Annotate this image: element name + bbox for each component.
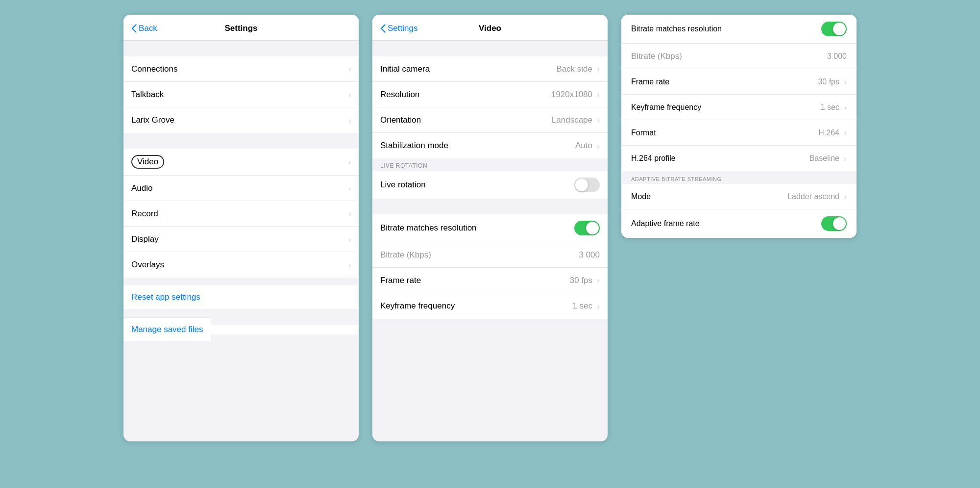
- talkback-chevron: ›: [348, 90, 351, 99]
- display-row[interactable]: Display ›: [123, 227, 359, 252]
- video-circled: Video: [131, 155, 164, 169]
- keyframe-freq-label: Keyframe frequency: [380, 301, 455, 311]
- initial-camera-row[interactable]: Initial camera Back side ›: [372, 56, 608, 82]
- adaptive-frame-rate-label: Adaptive frame rate: [631, 219, 700, 228]
- h264-profile-row[interactable]: H.264 profile Baseline ›: [621, 146, 857, 171]
- video-panel: Settings Video Initial camera Back side …: [372, 15, 608, 441]
- video-back-button[interactable]: Settings: [380, 24, 417, 33]
- orientation-label: Orientation: [380, 115, 421, 125]
- h264-profile-value-group: Baseline ›: [809, 154, 847, 163]
- d-bitrate-matches-toggle[interactable]: [821, 22, 847, 36]
- audio-chevron: ›: [348, 184, 351, 192]
- d-bitrate-matches-toggle-knob: [833, 23, 846, 35]
- d-keyframe-freq-value: 1 sec: [821, 103, 839, 112]
- frame-rate-value-group: 30 fps ›: [570, 276, 600, 285]
- overlays-label: Overlays: [131, 260, 164, 270]
- h264-profile-value: Baseline: [809, 154, 839, 163]
- live-rotation-group: Live rotation: [372, 171, 608, 199]
- settings-group-1: Connections › Talkback › Larix Grove ›: [123, 56, 359, 133]
- bitrate-matches-label: Bitrate matches resolution: [380, 223, 477, 233]
- video-gap-2: [372, 199, 608, 214]
- keyframe-freq-value: 1 sec: [572, 301, 592, 311]
- panel1-title: Settings: [224, 24, 257, 33]
- h264-profile-label: H.264 profile: [631, 154, 676, 163]
- audio-row[interactable]: Audio ›: [123, 176, 359, 201]
- reset-group: Reset app settings: [123, 285, 359, 309]
- video-detail-panel: Bitrate matches resolution Bitrate (Kbps…: [621, 15, 857, 238]
- display-chevron: ›: [348, 235, 351, 243]
- manage-files-button[interactable]: Manage saved files: [123, 317, 211, 341]
- back-label: Back: [139, 24, 157, 33]
- bitrate-matches-row[interactable]: Bitrate matches resolution: [372, 214, 608, 242]
- bitrate-matches-toggle[interactable]: [574, 221, 600, 235]
- d-bitrate-matches-label: Bitrate matches resolution: [631, 25, 722, 33]
- adaptive-section-label: ADAPTIVE BITRATE STREAMING: [621, 171, 857, 184]
- display-label: Display: [131, 234, 159, 244]
- settings-panel: Back Settings Connections › Talkback › L…: [123, 15, 359, 441]
- video-title: Video: [479, 24, 501, 33]
- settings-header: Back Settings: [123, 15, 359, 41]
- d-frame-rate-row[interactable]: Frame rate 30 fps ›: [621, 69, 857, 95]
- bitrate-kbps-value: 3 000: [579, 250, 600, 260]
- d-frame-rate-chevron: ›: [844, 77, 847, 86]
- d-keyframe-freq-value-group: 1 sec ›: [821, 103, 847, 112]
- d-frame-rate-label: Frame rate: [631, 77, 669, 86]
- settings-group-2: Video › Audio › Record › Display › Overl…: [123, 149, 359, 278]
- live-rotation-row[interactable]: Live rotation: [372, 171, 608, 199]
- larix-grove-label: Larix Grove: [131, 115, 174, 125]
- frame-rate-row[interactable]: Frame rate 30 fps ›: [372, 268, 608, 293]
- reset-button[interactable]: Reset app settings: [123, 285, 359, 309]
- talkback-row[interactable]: Talkback ›: [123, 82, 359, 107]
- adaptive-frame-rate-toggle[interactable]: [821, 216, 847, 231]
- connections-chevron: ›: [348, 65, 351, 73]
- resolution-row[interactable]: Resolution 1920x1080 ›: [372, 82, 608, 107]
- stabilization-label: Stabilization mode: [380, 141, 448, 151]
- video-chevron: ›: [348, 158, 351, 166]
- section-gap-3: [123, 278, 359, 285]
- stabilization-value-group: Auto ›: [575, 141, 600, 151]
- overlays-row[interactable]: Overlays ›: [123, 252, 359, 278]
- d-bitrate-kbps-value-group: 3 000: [827, 52, 847, 61]
- d-keyframe-freq-row[interactable]: Keyframe frequency 1 sec ›: [621, 95, 857, 120]
- record-row[interactable]: Record ›: [123, 201, 359, 227]
- video-detail-group-2: Mode Ladder ascend › Adaptive frame rate: [621, 184, 857, 238]
- d-bitrate-matches-row[interactable]: Bitrate matches resolution: [621, 15, 857, 44]
- record-label: Record: [131, 209, 158, 219]
- bitrate-kbps-label: Bitrate (Kbps): [380, 250, 431, 260]
- video-group-2: Bitrate matches resolution Bitrate (Kbps…: [372, 214, 608, 319]
- video-row[interactable]: Video ›: [123, 149, 359, 176]
- frame-rate-value: 30 fps: [570, 276, 592, 285]
- resolution-label: Resolution: [380, 90, 419, 100]
- connections-row[interactable]: Connections ›: [123, 56, 359, 82]
- frame-rate-chevron: ›: [597, 276, 600, 284]
- video-header: Settings Video: [372, 15, 608, 41]
- mode-value-group: Ladder ascend ›: [787, 192, 847, 201]
- back-button[interactable]: Back: [131, 24, 157, 33]
- initial-camera-value-group: Back side ›: [556, 64, 600, 74]
- d-bitrate-kbps-row: Bitrate (Kbps) 3 000: [621, 44, 857, 69]
- talkback-label: Talkback: [131, 90, 164, 100]
- live-rotation-toggle[interactable]: [574, 178, 600, 192]
- format-row[interactable]: Format H.264 ›: [621, 120, 857, 146]
- d-keyframe-freq-chevron: ›: [844, 103, 847, 111]
- video-label: Video: [131, 155, 164, 169]
- adaptive-frame-rate-row[interactable]: Adaptive frame rate: [621, 209, 857, 238]
- keyframe-freq-row[interactable]: Keyframe frequency 1 sec ›: [372, 293, 608, 319]
- connections-label: Connections: [131, 64, 178, 74]
- d-frame-rate-value-group: 30 fps ›: [818, 77, 847, 86]
- mode-row[interactable]: Mode Ladder ascend ›: [621, 184, 857, 209]
- h264-profile-chevron: ›: [844, 154, 847, 163]
- video-group-1: Initial camera Back side › Resolution 19…: [372, 56, 608, 158]
- stabilization-row[interactable]: Stabilization mode Auto ›: [372, 133, 608, 158]
- resolution-value: 1920x1080: [551, 90, 592, 100]
- record-chevron: ›: [348, 209, 351, 218]
- initial-camera-value: Back side: [556, 64, 592, 74]
- larix-grove-row[interactable]: Larix Grove ›: [123, 107, 359, 133]
- frame-rate-label: Frame rate: [380, 276, 421, 285]
- mode-chevron: ›: [844, 192, 847, 201]
- stabilization-chevron: ›: [597, 142, 600, 150]
- orientation-row[interactable]: Orientation Landscape ›: [372, 107, 608, 133]
- larix-grove-chevron: ›: [348, 116, 351, 125]
- d-frame-rate-value: 30 fps: [818, 77, 839, 86]
- resolution-chevron: ›: [597, 90, 600, 99]
